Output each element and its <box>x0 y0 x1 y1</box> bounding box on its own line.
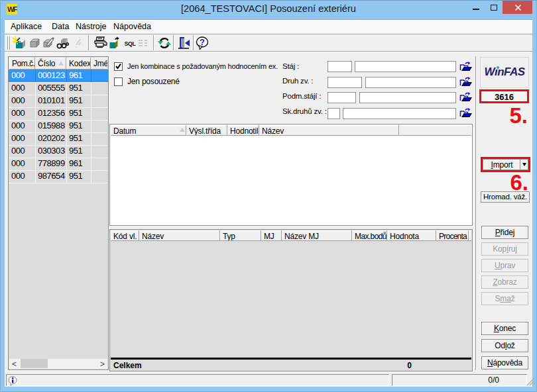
svg-text:SQL: SQL <box>124 40 136 47</box>
svg-text:?: ? <box>200 37 205 47</box>
